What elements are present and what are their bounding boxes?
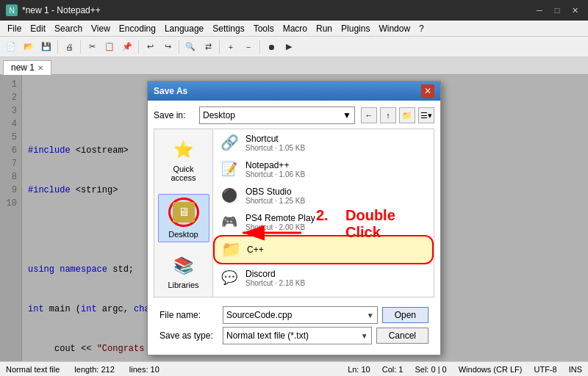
- tab-new1[interactable]: new 1 ✕: [3, 60, 51, 75]
- sidebar-quick-access[interactable]: ⭐ Quick access: [158, 135, 209, 185]
- menu-help[interactable]: ?: [415, 22, 429, 35]
- minimize-button[interactable]: ─: [532, 4, 547, 17]
- file-info-notepadpp: Notepad++ Shortcut · 1.06 KB: [245, 160, 305, 178]
- sidebar-desktop[interactable]: 🖥 Desktop: [158, 194, 209, 242]
- combo-arrow-icon: ▼: [343, 110, 351, 120]
- undo-button[interactable]: ↩: [142, 39, 158, 55]
- toolbar-sep-6: [259, 40, 260, 54]
- open-button[interactable]: 📂: [21, 39, 37, 55]
- zoom-out-button[interactable]: −: [240, 39, 257, 55]
- menu-tools[interactable]: Tools: [249, 22, 279, 35]
- menu-run[interactable]: Run: [312, 22, 337, 35]
- status-right: Ln: 10 Col: 1 Sel: 0 | 0 Windows (CR LF)…: [348, 365, 582, 374]
- file-item-obs[interactable]: ⚫ OBS Studio Shortcut · 1.25 KB: [213, 182, 434, 209]
- file-item-shortcut[interactable]: 🔗 Shortcut Shortcut · 1.05 KB: [213, 129, 434, 156]
- status-left: Normal text file length: 212 lines: 10: [6, 365, 159, 374]
- menu-settings[interactable]: Settings: [208, 22, 248, 35]
- macro-button[interactable]: ⏺: [263, 39, 279, 55]
- file-item-notepadpp[interactable]: 📝 Notepad++ Shortcut · 1.06 KB: [213, 156, 434, 182]
- paste-button[interactable]: 📌: [119, 39, 135, 55]
- notepadpp-name: Notepad++: [245, 160, 305, 170]
- file-info-obs: OBS Studio Shortcut · 1.25 KB: [245, 187, 305, 205]
- dialog-titlebar: Save As ✕: [148, 82, 440, 101]
- status-bar: Normal text file length: 212 lines: 10 L…: [0, 361, 588, 376]
- save-in-value: Desktop: [203, 110, 235, 120]
- savetype-combo-arrow: ▼: [361, 332, 368, 340]
- menu-file[interactable]: File: [3, 22, 26, 35]
- sidebar-libraries[interactable]: 📚 Libraries: [158, 251, 209, 292]
- nav-up-button[interactable]: ↑: [380, 107, 396, 123]
- redo-button[interactable]: ↪: [159, 39, 176, 55]
- savetype-combo[interactable]: Normal text file (*.txt) ▼: [223, 327, 372, 344]
- menu-language[interactable]: Language: [160, 22, 208, 35]
- cpp-folder-icon: 📁: [220, 239, 241, 260]
- create-folder-button[interactable]: 📁: [399, 107, 415, 123]
- menu-search[interactable]: Search: [50, 22, 87, 35]
- run-macro-button[interactable]: ▶: [281, 39, 297, 55]
- dialog-bottom: File name: SourceCode.cpp ▼ Open Save as…: [154, 302, 434, 349]
- file-item-ps4[interactable]: 🎮 PS4 Remote Play Shortcut · 2.00 KB: [213, 209, 434, 235]
- filename-row: File name: SourceCode.cpp ▼ Open: [159, 306, 429, 324]
- status-ins: INS: [569, 365, 582, 374]
- zoom-in-button[interactable]: +: [223, 39, 239, 55]
- save-as-dialog: Save As ✕ Save in: Desktop ▼ ← ↑: [147, 81, 441, 355]
- save-button[interactable]: 💾: [38, 39, 54, 55]
- file-info-ps4: PS4 Remote Play Shortcut · 2.00 KB: [245, 213, 315, 231]
- file-item-discord[interactable]: 💬 Discord Shortcut · 2.18 KB: [213, 264, 434, 291]
- shortcut-file-icon: 🔗: [219, 132, 240, 153]
- print-button[interactable]: 🖨: [61, 39, 77, 55]
- status-file-type: Normal text file: [6, 365, 60, 374]
- status-line-endings: Windows (CR LF): [459, 365, 523, 374]
- savetype-label: Save as type:: [159, 330, 218, 341]
- dialog-overlay: Save As ✕ Save in: Desktop ▼ ← ↑: [0, 75, 588, 361]
- new-button[interactable]: 📄: [3, 39, 19, 55]
- toolbar: 📄 📂 💾 🖨 ✂ 📋 📌 ↩ ↪ 🔍 ⇄ + − ⏺ ▶: [0, 37, 588, 57]
- find-button[interactable]: 🔍: [182, 39, 198, 55]
- libraries-icon: 📚: [172, 254, 196, 278]
- file-item-cpp[interactable]: 📁 C++: [213, 235, 434, 264]
- maximize-button[interactable]: □: [550, 4, 564, 17]
- title-bar: N *new 1 - Notepad++ ─ □ ✕: [0, 0, 588, 21]
- replace-button[interactable]: ⇄: [200, 39, 216, 55]
- notepadpp-file-icon: 📝: [219, 159, 240, 179]
- title-controls: ─ □ ✕: [532, 4, 582, 17]
- npp-window: N *new 1 - Notepad++ ─ □ ✕ File Edit Sea…: [0, 0, 588, 376]
- file-info-discord: Discord Shortcut · 2.18 KB: [245, 269, 305, 287]
- ps4-file-icon: 🎮: [219, 212, 240, 232]
- app-icon: N: [6, 4, 18, 16]
- menu-encoding[interactable]: Encoding: [115, 22, 160, 35]
- views-button[interactable]: ☰▾: [418, 107, 434, 123]
- dialog-nav-icons: ← ↑ 📁 ☰▾: [361, 107, 434, 123]
- dialog-body: Save in: Desktop ▼ ← ↑ 📁 ☰▾: [148, 101, 440, 355]
- status-lines: lines: 10: [129, 365, 159, 374]
- menu-view[interactable]: View: [87, 22, 115, 35]
- sidebar-desktop-label: Desktop: [168, 230, 198, 239]
- tab-label: new 1: [11, 62, 35, 73]
- status-col: Col: 1: [382, 365, 404, 374]
- toolbar-sep-3: [138, 40, 139, 54]
- close-button[interactable]: ✕: [567, 4, 582, 17]
- copy-button[interactable]: 📋: [101, 39, 118, 55]
- filename-label: File name:: [159, 310, 218, 320]
- menu-edit[interactable]: Edit: [26, 22, 50, 35]
- save-in-combo[interactable]: Desktop ▼: [199, 106, 355, 124]
- dialog-close-button[interactable]: ✕: [421, 84, 434, 98]
- tab-close-icon[interactable]: ✕: [37, 64, 43, 72]
- nav-back-button[interactable]: ←: [361, 107, 377, 123]
- file-info-shortcut: Shortcut Shortcut · 1.05 KB: [245, 134, 305, 152]
- cancel-button[interactable]: Cancel: [376, 328, 429, 344]
- cut-button[interactable]: ✂: [84, 39, 100, 55]
- menu-plugins[interactable]: Plugins: [337, 22, 374, 35]
- ps4-detail: Shortcut · 2.00 KB: [245, 223, 315, 231]
- menu-window[interactable]: Window: [374, 22, 415, 35]
- toolbar-sep-1: [57, 40, 58, 54]
- tab-bar: new 1 ✕: [0, 57, 588, 75]
- ps4-name: PS4 Remote Play: [245, 213, 315, 223]
- status-length: length: 212: [74, 365, 114, 374]
- menu-macro[interactable]: Macro: [279, 22, 312, 35]
- obs-file-icon: ⚫: [219, 185, 240, 206]
- file-list[interactable]: 🔗 Shortcut Shortcut · 1.05 KB 📝: [213, 129, 434, 297]
- open-button[interactable]: Open: [382, 307, 429, 323]
- sidebar-quick-access-label: Quick access: [161, 164, 207, 182]
- filename-input[interactable]: SourceCode.cpp ▼: [223, 306, 378, 324]
